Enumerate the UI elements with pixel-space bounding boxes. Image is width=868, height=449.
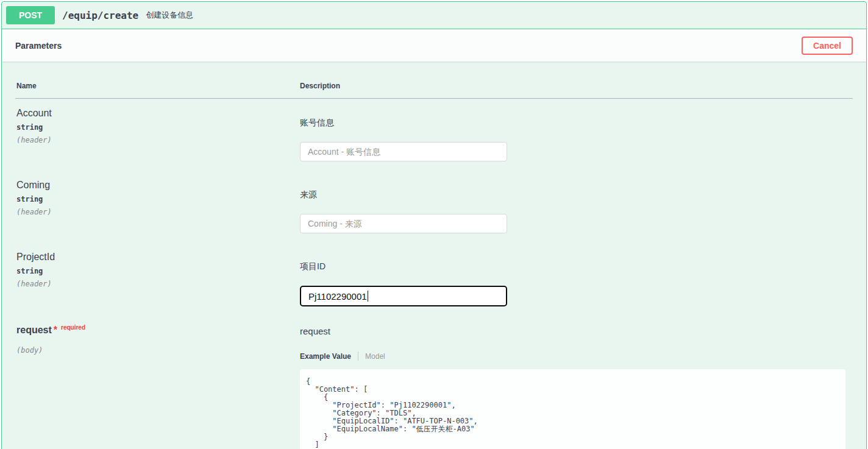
- param-row-coming: Coming string (header) 来源: [15, 171, 853, 242]
- tab-example-value[interactable]: Example Value: [300, 352, 351, 361]
- projectid-input-value: Pj1102290001: [308, 291, 367, 302]
- param-location: (header): [16, 136, 299, 144]
- description-column-header: Description: [299, 62, 853, 99]
- required-label: required: [61, 324, 85, 331]
- param-type: string: [16, 267, 299, 275]
- example-value-code-block[interactable]: { "Content": [ { "ProjectId": "Pj1102290…: [300, 369, 845, 449]
- post-endpoint-block: POST /equip/create 创建设备信息 Parameters Can…: [1, 1, 867, 449]
- tab-divider: [358, 352, 358, 361]
- projectid-input[interactable]: Pj1102290001: [300, 286, 507, 306]
- param-description: 项目ID: [300, 261, 853, 272]
- endpoint-summary-text: 创建设备信息: [146, 10, 193, 21]
- example-model-tabs: Example Value Model: [300, 352, 853, 361]
- param-type: string: [16, 195, 299, 203]
- param-type: string: [16, 123, 299, 132]
- param-location: (body): [16, 346, 299, 355]
- account-input[interactable]: [300, 142, 507, 161]
- param-name: Coming: [16, 180, 299, 191]
- tab-model[interactable]: Model: [365, 352, 385, 361]
- endpoint-path: /equip/create: [62, 10, 138, 21]
- coming-input[interactable]: [300, 214, 507, 233]
- param-description: 来源: [300, 189, 853, 200]
- param-location: (header): [16, 208, 299, 216]
- param-location: (header): [16, 280, 299, 288]
- method-badge: POST: [6, 6, 55, 24]
- param-name: Account: [16, 108, 299, 119]
- param-name: ProjectId: [16, 252, 299, 263]
- parameters-table: Name Description Account string (header)…: [15, 62, 853, 449]
- param-row-request: request*required (body) request Example …: [15, 316, 853, 449]
- parameters-section-header: Parameters Cancel: [2, 29, 866, 62]
- endpoint-summary-bar[interactable]: POST /equip/create 创建设备信息: [2, 2, 866, 29]
- param-description: request: [300, 326, 853, 336]
- name-column-header: Name: [15, 62, 299, 99]
- param-name: request*required: [16, 325, 299, 336]
- text-cursor: [368, 291, 368, 302]
- example-json: { "Content": [ { "ProjectId": "Pj1102290…: [306, 378, 839, 449]
- param-description: 账号信息: [300, 118, 853, 129]
- param-row-account: Account string (header) 账号信息: [15, 99, 853, 171]
- param-row-projectid: ProjectId string (header) 项目ID Pj1102290…: [15, 242, 853, 316]
- cancel-button[interactable]: Cancel: [802, 37, 853, 55]
- required-star: *: [54, 325, 57, 335]
- parameters-title: Parameters: [15, 41, 62, 51]
